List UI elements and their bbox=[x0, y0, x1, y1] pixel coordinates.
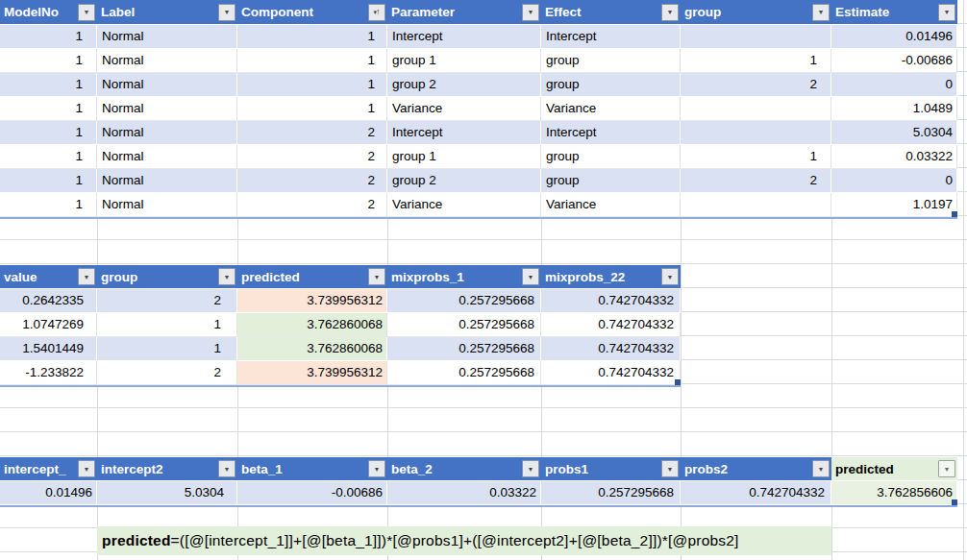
cell-beta-1[interactable]: -0.00686 bbox=[237, 481, 387, 505]
cell-predicted[interactable]: 3.739956312 bbox=[237, 289, 387, 313]
filter-dropdown-icon[interactable]: ▼ bbox=[368, 460, 385, 477]
cell-estimate[interactable]: 1.0197 bbox=[831, 193, 957, 217]
filter-dropdown-icon[interactable]: ▼ bbox=[812, 460, 830, 477]
cell-modelno[interactable]: 1 bbox=[0, 73, 97, 97]
cell-component[interactable]: 2 bbox=[237, 121, 387, 145]
cell-predicted[interactable]: 3.762860068 bbox=[237, 337, 387, 361]
cell-effect[interactable]: Variance bbox=[541, 97, 681, 121]
cell-probs1[interactable]: 0.257295668 bbox=[541, 481, 681, 505]
cell-component[interactable]: 2 bbox=[237, 145, 387, 169]
filter-dropdown-icon[interactable]: ▼ bbox=[522, 4, 539, 21]
filter-dropdown-icon[interactable]: ▼ bbox=[218, 460, 236, 477]
cell-modelno[interactable]: 1 bbox=[0, 193, 97, 217]
cell-value[interactable]: 1.0747269 bbox=[0, 313, 97, 337]
cell-value[interactable]: -1.233822 bbox=[0, 361, 97, 385]
cell-label[interactable]: Normal bbox=[97, 169, 237, 193]
cell-mixprobs-1[interactable]: 0.257295668 bbox=[387, 313, 541, 337]
cell-group[interactable] bbox=[681, 25, 831, 49]
cell-parameter[interactable]: group 2 bbox=[387, 73, 541, 97]
filter-dropdown-icon[interactable]: ▼ bbox=[78, 460, 95, 477]
cell-intercept[interactable]: 0.01496 bbox=[0, 481, 97, 505]
cell-predicted[interactable]: 3.762856606 bbox=[831, 481, 957, 505]
cell-label[interactable]: Normal bbox=[97, 49, 237, 73]
cell-mixprobs-22[interactable]: 0.742704332 bbox=[541, 313, 681, 337]
cell-modelno[interactable]: 1 bbox=[0, 121, 97, 145]
filter-sort-ascending-icon[interactable]: ▾↑ bbox=[368, 4, 385, 21]
cell-parameter[interactable]: group 1 bbox=[387, 49, 541, 73]
cell-group[interactable]: 1 bbox=[681, 49, 831, 73]
filter-dropdown-icon[interactable]: ▼ bbox=[368, 268, 385, 285]
cell-group[interactable]: 1 bbox=[97, 313, 237, 337]
cell-mixprobs-22[interactable]: 0.742704332 bbox=[541, 361, 681, 385]
cell-group[interactable]: 2 bbox=[97, 289, 237, 313]
cell-effect[interactable]: Intercept bbox=[541, 25, 681, 49]
cell-modelno[interactable]: 1 bbox=[0, 145, 97, 169]
cell-label[interactable]: Normal bbox=[97, 73, 237, 97]
cell-parameter[interactable]: Intercept bbox=[387, 121, 541, 145]
cell-component[interactable]: 2 bbox=[237, 193, 387, 217]
cell-component[interactable]: 1 bbox=[237, 73, 387, 97]
filter-dropdown-icon[interactable]: ▼ bbox=[938, 460, 955, 477]
cell-estimate[interactable]: 0 bbox=[831, 169, 957, 193]
cell-parameter[interactable]: Variance bbox=[387, 97, 541, 121]
cell-label[interactable]: Normal bbox=[97, 145, 237, 169]
table-resize-handle[interactable] bbox=[952, 499, 957, 505]
cell-label[interactable]: Normal bbox=[97, 97, 237, 121]
cell-mixprobs-22[interactable]: 0.742704332 bbox=[541, 337, 681, 361]
filter-dropdown-icon[interactable]: ▼ bbox=[661, 4, 679, 21]
cell-intercept2[interactable]: 5.0304 bbox=[97, 481, 237, 505]
cell-group[interactable] bbox=[681, 121, 831, 145]
formula-annotation-cell[interactable]: predicted=([@[intercept_1]]+[@[beta_1]])… bbox=[97, 526, 831, 555]
cell-component[interactable]: 1 bbox=[237, 49, 387, 73]
cell-parameter[interactable]: Intercept bbox=[387, 25, 541, 49]
cell-label[interactable]: Normal bbox=[97, 25, 237, 49]
filter-dropdown-icon[interactable]: ▼ bbox=[522, 460, 539, 477]
cell-estimate[interactable]: 1.0489 bbox=[831, 97, 957, 121]
cell-value[interactable]: 0.2642335 bbox=[0, 289, 97, 313]
cell-label[interactable]: Normal bbox=[97, 193, 237, 217]
cell-effect[interactable]: Intercept bbox=[541, 121, 681, 145]
cell-effect[interactable]: group bbox=[541, 49, 681, 73]
cell-estimate[interactable]: 0.01496 bbox=[831, 25, 957, 49]
cell-probs2[interactable]: 0.742704332 bbox=[681, 481, 831, 505]
cell-mixprobs-1[interactable]: 0.257295668 bbox=[387, 289, 541, 313]
cell-group[interactable]: 2 bbox=[97, 361, 237, 385]
filter-dropdown-icon[interactable]: ▼ bbox=[522, 268, 539, 285]
filter-dropdown-icon[interactable]: ▼ bbox=[812, 4, 830, 21]
cell-modelno[interactable]: 1 bbox=[0, 97, 97, 121]
cell-component[interactable]: 1 bbox=[237, 97, 387, 121]
cell-estimate[interactable]: 0 bbox=[831, 73, 957, 97]
filter-dropdown-icon[interactable]: ▼ bbox=[938, 4, 955, 21]
cell-group[interactable]: 2 bbox=[681, 73, 831, 97]
cell-modelno[interactable]: 1 bbox=[0, 49, 97, 73]
cell-effect[interactable]: Variance bbox=[541, 193, 681, 217]
cell-predicted[interactable]: 3.739956312 bbox=[237, 361, 387, 385]
filter-dropdown-icon[interactable]: ▼ bbox=[78, 4, 95, 21]
cell-value[interactable]: 1.5401449 bbox=[0, 337, 97, 361]
cell-modelno[interactable]: 1 bbox=[0, 25, 97, 49]
filter-dropdown-icon[interactable]: ▼ bbox=[218, 268, 236, 285]
filter-dropdown-icon[interactable]: ▼ bbox=[661, 460, 679, 477]
cell-estimate[interactable]: 5.0304 bbox=[831, 121, 957, 145]
filter-dropdown-icon[interactable]: ▼ bbox=[218, 4, 236, 21]
cell-effect[interactable]: group bbox=[541, 169, 681, 193]
cell-estimate[interactable]: 0.03322 bbox=[831, 145, 957, 169]
cell-component[interactable]: 2 bbox=[237, 169, 387, 193]
cell-group[interactable] bbox=[681, 97, 831, 121]
cell-parameter[interactable]: Variance bbox=[387, 193, 541, 217]
table-resize-handle[interactable] bbox=[952, 211, 957, 217]
cell-predicted[interactable]: 3.762860068 bbox=[237, 313, 387, 337]
cell-mixprobs-1[interactable]: 0.257295668 bbox=[387, 337, 541, 361]
filter-dropdown-icon[interactable]: ▼ bbox=[661, 268, 679, 285]
cell-component[interactable]: 1 bbox=[237, 25, 387, 49]
cell-group[interactable]: 1 bbox=[97, 337, 237, 361]
table-resize-handle[interactable] bbox=[675, 379, 681, 385]
cell-estimate[interactable]: -0.00686 bbox=[831, 49, 957, 73]
filter-dropdown-icon[interactable]: ▼ bbox=[78, 268, 95, 285]
cell-mixprobs-22[interactable]: 0.742704332 bbox=[541, 289, 681, 313]
cell-modelno[interactable]: 1 bbox=[0, 169, 97, 193]
cell-parameter[interactable]: group 1 bbox=[387, 145, 541, 169]
cell-group[interactable]: 2 bbox=[681, 169, 831, 193]
cell-parameter[interactable]: group 2 bbox=[387, 169, 541, 193]
cell-effect[interactable]: group bbox=[541, 73, 681, 97]
